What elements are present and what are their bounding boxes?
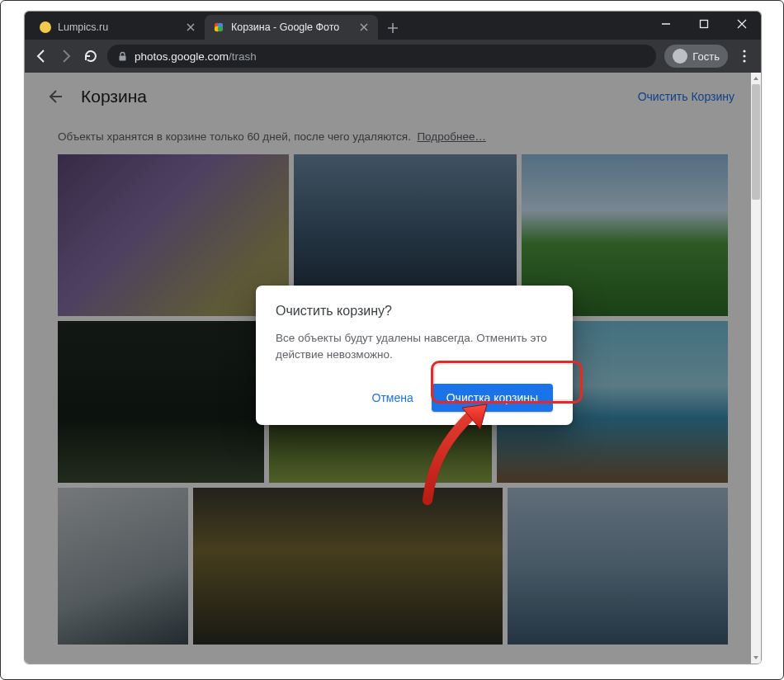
close-icon[interactable] [185,21,196,33]
cancel-button[interactable]: Отмена [364,385,422,411]
address-text: photos.google.com/trash [135,50,257,63]
kebab-menu-button[interactable] [736,48,753,64]
close-icon[interactable] [358,21,370,33]
tab-title: Lumpics.ru [58,21,178,33]
favicon-google-photos [213,21,224,33]
minimize-button[interactable] [647,12,685,36]
maximize-button[interactable] [685,12,723,36]
reload-button[interactable] [83,48,99,64]
address-field[interactable]: photos.google.com/trash [107,45,656,68]
profile-label: Гость [692,50,720,63]
favicon-lumpics [40,21,51,33]
browser-window: Lumpics.ru Корзина - Google Ф [24,11,762,664]
tab-google-photos-trash[interactable]: Корзина - Google Фото [205,15,378,40]
scroll-thumb[interactable] [752,84,760,200]
scroll-track[interactable] [751,84,761,652]
tab-strip: Lumpics.ru Корзина - Google Ф [31,12,404,40]
address-bar: photos.google.com/trash Гость [25,40,761,73]
svg-point-6 [743,50,745,52]
back-button[interactable] [33,48,50,64]
profile-pill[interactable]: Гость [664,45,728,68]
dialog-actions: Отмена Очистка корзины [276,384,553,412]
tab-lumpics[interactable]: Lumpics.ru [31,15,205,40]
svg-point-8 [743,59,745,62]
dialog-title: Очистить корзину? [276,304,553,319]
forward-button[interactable] [58,48,74,64]
lock-icon [117,51,128,62]
dialog-body: Все объекты будут удалены навсегда. Отме… [276,330,553,362]
titlebar: Lumpics.ru Корзина - Google Ф [25,12,761,40]
page-viewport: Корзина Очистить Корзину Объекты хранятс… [25,73,761,663]
window-controls [647,12,761,40]
close-window-button[interactable] [723,12,761,36]
confirm-empty-trash-button[interactable]: Очистка корзины [432,384,553,412]
svg-point-3 [218,26,223,31]
svg-rect-5 [120,55,126,60]
scroll-up-icon[interactable] [751,73,761,84]
tab-title: Корзина - Google Фото [231,21,352,33]
svg-point-7 [743,54,745,57]
new-tab-button[interactable] [381,17,404,40]
svg-rect-4 [701,21,708,28]
vertical-scrollbar[interactable] [751,73,761,663]
scroll-down-icon[interactable] [751,652,761,663]
confirm-dialog: Очистить корзину? Все объекты будут удал… [256,286,573,425]
avatar-icon [673,49,687,64]
